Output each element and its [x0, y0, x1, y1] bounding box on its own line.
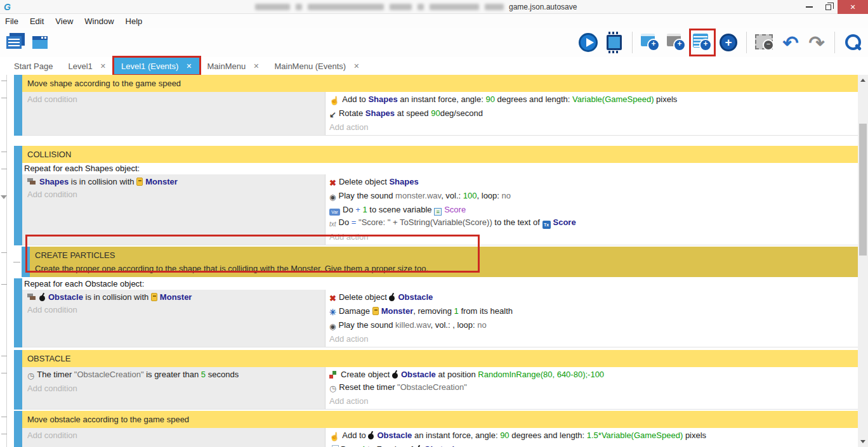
action-line[interactable]: Delete object Shapes — [329, 176, 858, 190]
scroll-down-arrow-icon[interactable] — [860, 440, 865, 443]
search-button[interactable] — [841, 30, 864, 55]
event-block[interactable]: Add conditionAdd to Obstacle an instant … — [14, 428, 858, 447]
comment-block[interactable]: Move shape according to the game speed — [14, 75, 858, 92]
text-segment: , vol.: , loop: — [431, 320, 478, 330]
foreach-header[interactable]: Repeat for each Shapes object: — [22, 163, 858, 174]
comment-block[interactable]: CREATE PARTICLESCreate the proper one ac… — [22, 247, 858, 277]
event-side-bar[interactable] — [14, 428, 22, 447]
add-condition-placeholder[interactable]: Add condition — [27, 382, 325, 395]
event-block[interactable]: Repeat for each Shapes object:Shapes is … — [14, 163, 858, 245]
comment-block[interactable]: OBSTACLE — [14, 350, 858, 367]
restore-button[interactable] — [819, 0, 838, 14]
comment-text: Move obstacle according to the game spee… — [27, 413, 853, 426]
menu-window[interactable]: Window — [84, 16, 114, 26]
text-segment: Add condition — [27, 431, 77, 440]
event-side-bar[interactable] — [14, 367, 22, 410]
vertical-scrollbar[interactable] — [858, 75, 868, 447]
action-line[interactable]: Rotate Shapes at speed 90deg/second — [329, 107, 858, 121]
action-line[interactable]: Do = 4 to Z-order of Obstacle — [329, 443, 858, 447]
scene-editor-button[interactable] — [29, 30, 51, 55]
event-side-bar[interactable] — [14, 278, 22, 347]
add-action-placeholder[interactable]: Add action — [329, 395, 858, 408]
add-subevent-button[interactable] — [665, 30, 688, 55]
condition-line[interactable]: The timer "ObstacleCreation" is greater … — [27, 368, 325, 382]
menu-view[interactable]: View — [55, 16, 73, 26]
add-condition-placeholder[interactable]: Add condition — [27, 93, 325, 106]
action-line[interactable]: Delete object Obstacle — [329, 291, 858, 305]
tab-close-icon[interactable]: ✕ — [100, 62, 106, 70]
action-line[interactable]: Do + 1 to scene variable Score — [329, 204, 858, 216]
event-side-bar[interactable] — [14, 411, 22, 428]
redo-button[interactable] — [805, 30, 828, 55]
text-segment: Obstacle — [398, 292, 433, 302]
event-block[interactable]: Add conditionAdd to Shapes an instant fo… — [14, 92, 858, 136]
add-action-placeholder[interactable]: Add action — [329, 333, 858, 346]
add-comment-icon — [693, 34, 712, 51]
foreach-header[interactable]: Repeat for each Obstacle object: — [22, 278, 858, 290]
tab-level1[interactable]: Level1✕ — [60, 57, 114, 75]
text-segment: to the text of — [492, 217, 542, 227]
action-line[interactable]: Do = "Score: " + ToString(Variable(Score… — [329, 216, 858, 231]
text-segment: Add action — [329, 232, 368, 242]
event-side-bar[interactable] — [14, 350, 22, 367]
menu-edit[interactable]: Edit — [30, 16, 44, 26]
action-line[interactable]: Play the sound killed.wav, vol.: , loop:… — [329, 319, 858, 333]
menu-help[interactable]: Help — [126, 16, 143, 26]
tab-close-icon[interactable]: ✕ — [353, 62, 359, 70]
debug-button[interactable] — [603, 30, 626, 55]
condition-line[interactable]: Shapes is in collision with Monster — [27, 176, 325, 188]
scrollbar-thumb[interactable] — [859, 124, 867, 256]
play-button[interactable] — [577, 30, 600, 55]
undo-button[interactable] — [779, 30, 802, 55]
actions-column: Delete object ObstacleDamage Monster, re… — [326, 290, 858, 347]
tab-start-page[interactable]: Start Page — [6, 57, 60, 75]
add-action-placeholder[interactable]: Add action — [329, 231, 858, 243]
action-line[interactable]: Create object Obstacle at position Rando… — [329, 368, 858, 381]
text-segment: Add condition — [27, 384, 77, 393]
tab-label: Start Page — [14, 62, 53, 71]
comment-block[interactable]: COLLISION — [14, 146, 858, 163]
close-button[interactable]: ✕ — [838, 0, 868, 14]
gutter-tick — [1, 284, 7, 285]
text-segment: no — [477, 320, 486, 330]
event-side-bar[interactable] — [14, 92, 22, 136]
event-side-bar[interactable] — [22, 247, 30, 277]
action-line[interactable]: Damage Monster, removing 1 from its heal… — [329, 305, 858, 319]
tab-level1-events-[interactable]: Level1 (Events)✕ — [114, 57, 200, 75]
add-comment-button[interactable] — [691, 30, 714, 55]
add-condition-placeholder[interactable]: Add condition — [27, 304, 325, 316]
event-block[interactable]: Repeat for each Obstacle object:Obstacle… — [14, 278, 858, 347]
menu-file[interactable]: File — [5, 16, 18, 26]
add-condition-placeholder[interactable]: Add condition — [27, 188, 325, 201]
comment-block[interactable]: Move obstacle according to the game spee… — [14, 411, 858, 428]
text-segment: at position — [436, 370, 478, 379]
fold-arrow-icon[interactable] — [1, 195, 7, 199]
tab-close-icon[interactable]: ✕ — [253, 62, 259, 70]
text-segment: 1.5*Variable(GameSpeed) — [587, 431, 683, 440]
add-event-button[interactable] — [639, 30, 662, 55]
add-event-icon — [641, 34, 660, 51]
project-manager-button[interactable] — [3, 30, 25, 55]
action-line[interactable]: Reset the timer "ObstacleCreation" — [329, 381, 858, 395]
event-block[interactable]: The timer "ObstacleCreation" is greater … — [14, 367, 858, 410]
tab-mainmenu[interactable]: MainMenu✕ — [200, 57, 267, 75]
scroll-up-arrow-icon[interactable] — [860, 79, 865, 82]
event-side-bar[interactable] — [14, 163, 22, 245]
remove-event-button[interactable] — [753, 30, 776, 55]
action-line[interactable]: Add to Obstacle an instant force, angle:… — [329, 429, 858, 443]
action-line[interactable]: Play the sound monster.wav, vol.: 100, l… — [329, 190, 858, 204]
tab-close-icon[interactable]: ✕ — [186, 62, 192, 70]
text-segment: , loop: — [477, 191, 502, 200]
tab-mainmenu-events-[interactable]: MainMenu (Events)✕ — [266, 57, 367, 75]
event-side-bar[interactable] — [14, 146, 22, 163]
minimize-button[interactable] — [799, 0, 819, 14]
add-action-placeholder[interactable]: Add action — [329, 121, 858, 134]
event-side-bar[interactable] — [14, 75, 22, 92]
condition-line[interactable]: Obstacle is in collision with Monster — [27, 291, 325, 304]
textobj-icon — [542, 221, 551, 229]
action-line[interactable]: Add to Shapes an instant force, angle: 9… — [329, 93, 858, 107]
add-circle-button[interactable] — [717, 30, 740, 55]
gutter-ruler-line — [6, 75, 7, 447]
text-segment: degrees and length: — [495, 94, 572, 104]
add-condition-placeholder[interactable]: Add condition — [27, 429, 325, 442]
